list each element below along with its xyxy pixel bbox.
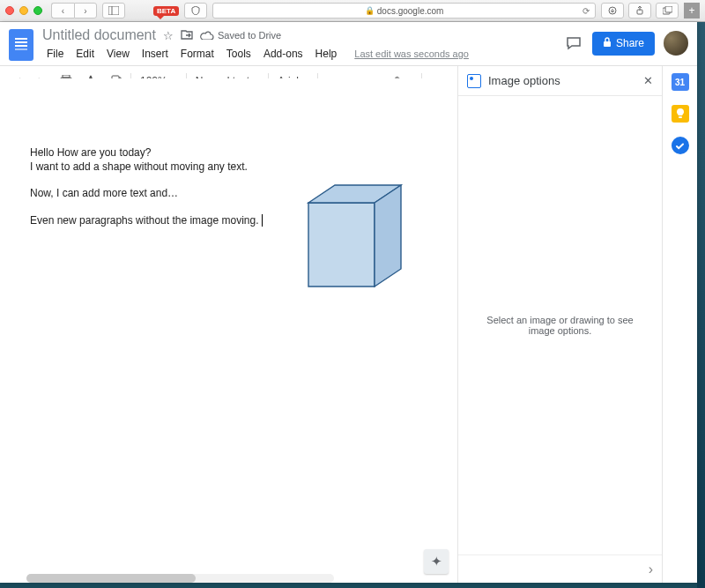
- nav-back-forward: ‹ ›: [51, 3, 97, 19]
- menu-insert[interactable]: Insert: [137, 46, 173, 62]
- svg-rect-14: [679, 116, 682, 118]
- doc-text: Now, I can add more text and…: [30, 187, 178, 199]
- last-edit-link[interactable]: Last edit was seconds ago: [350, 47, 473, 61]
- explore-button[interactable]: ✦: [424, 549, 449, 574]
- menu-view[interactable]: View: [102, 46, 134, 62]
- document-area: ↩ ↪ A̲ 100%▼ Normal text▼: [0, 66, 457, 583]
- share-label: Share: [616, 37, 644, 49]
- menu-bar: File Edit View Insert Format Tools Add-o…: [42, 46, 555, 62]
- maximize-window-button[interactable]: [33, 6, 42, 15]
- document-page[interactable]: Hello How are you today? I want to add a…: [0, 78, 457, 583]
- cloud-icon: [200, 30, 214, 41]
- svg-marker-11: [308, 203, 375, 287]
- menu-file[interactable]: File: [42, 46, 68, 62]
- window-controls: [5, 6, 42, 15]
- doc-text: I want to add a shape without moving any…: [30, 160, 248, 173]
- docs-logo-icon[interactable]: [9, 29, 33, 61]
- menu-tools[interactable]: Tools: [222, 46, 256, 62]
- reload-button[interactable]: ⟳: [583, 6, 590, 16]
- doc-text: Even new paragraphs without the image mo…: [30, 214, 258, 227]
- downloads-button[interactable]: [601, 3, 624, 19]
- save-status: Saved to Drive: [200, 30, 281, 41]
- docs-header: Untitled document ☆ Saved to Drive File …: [0, 22, 697, 62]
- menu-help[interactable]: Help: [311, 46, 342, 62]
- desktop-background: [697, 22, 705, 588]
- text-cursor: [258, 214, 262, 227]
- minimize-window-button[interactable]: [19, 6, 28, 15]
- panel-title: Image options: [488, 74, 560, 87]
- address-bar[interactable]: 🔒 docs.google.com ⟳: [212, 3, 596, 19]
- lock-icon: [603, 37, 612, 50]
- svg-rect-0: [108, 6, 119, 15]
- url-host: docs.google.com: [377, 6, 444, 16]
- tasks-addon-icon[interactable]: [672, 137, 689, 154]
- back-button[interactable]: ‹: [51, 3, 74, 19]
- google-docs-app: Untitled document ☆ Saved to Drive File …: [0, 22, 697, 583]
- image-options-panel: Image options ✕ Select an image or drawi…: [457, 66, 662, 583]
- svg-rect-5: [665, 6, 672, 12]
- menu-edit[interactable]: Edit: [71, 46, 99, 62]
- svg-rect-6: [604, 41, 611, 47]
- document-title[interactable]: Untitled document: [42, 27, 156, 43]
- close-window-button[interactable]: [5, 6, 14, 15]
- menu-format[interactable]: Format: [176, 46, 219, 62]
- panel-empty-text: Select an image or drawing to see image …: [478, 315, 642, 336]
- calendar-addon-icon[interactable]: 31: [672, 73, 689, 91]
- panel-next-button[interactable]: ›: [649, 562, 653, 577]
- save-status-text: Saved to Drive: [218, 30, 281, 41]
- forward-button[interactable]: ›: [74, 3, 97, 19]
- beta-badge: BETA: [153, 6, 179, 16]
- tabs-button[interactable]: [656, 3, 679, 19]
- move-icon[interactable]: [181, 29, 193, 42]
- doc-text: Hello How are you today?: [30, 146, 151, 159]
- close-panel-button[interactable]: ✕: [643, 74, 653, 87]
- addon-rail: 31: [662, 66, 697, 583]
- inserted-cube-drawing[interactable]: [300, 181, 414, 299]
- image-icon: [467, 74, 481, 88]
- lock-icon: 🔒: [365, 6, 375, 15]
- page-viewport[interactable]: Hello How are you today? I want to add a…: [0, 78, 457, 583]
- account-avatar[interactable]: [664, 31, 688, 56]
- star-icon[interactable]: ☆: [163, 29, 174, 42]
- share-button[interactable]: Share: [592, 32, 655, 56]
- new-tab-button[interactable]: +: [684, 3, 700, 19]
- menu-addons[interactable]: Add-ons: [259, 46, 308, 62]
- privacy-report-button[interactable]: [184, 3, 207, 19]
- horizontal-scrollbar[interactable]: [26, 574, 334, 583]
- browser-toolbar: ‹ › BETA 🔒 docs.google.com ⟳ +: [0, 0, 705, 22]
- share-safari-button[interactable]: [628, 3, 651, 19]
- comments-button[interactable]: [564, 33, 583, 53]
- keep-addon-icon[interactable]: [672, 105, 689, 123]
- sidebar-toggle-button[interactable]: [102, 3, 125, 19]
- svg-marker-13: [375, 185, 401, 287]
